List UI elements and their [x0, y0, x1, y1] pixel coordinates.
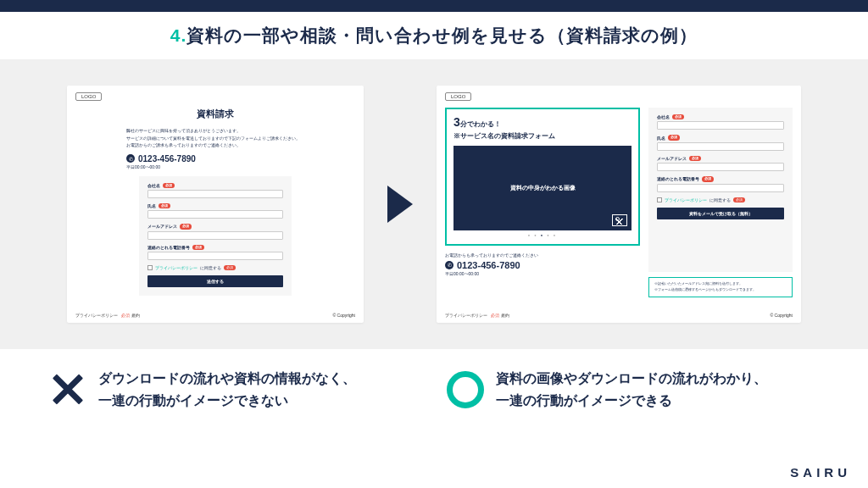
name-input[interactable]: [147, 210, 283, 219]
before-panel: LOGO 資料請求 弊社のサービスに興味を持って頂きありがとうございます。 サー…: [67, 86, 364, 323]
bad-text: ダウンロードの流れや資料の情報がなく、 一連の行動がイメージできない: [98, 368, 356, 411]
tel-row: ✆ 0123-456-7890: [445, 260, 640, 270]
logo-badge: LOGO: [75, 92, 102, 101]
phone-icon: ✆: [445, 261, 453, 269]
form-box: 会社名必須 氏名必須 メールアドレス必須 連絡のとれる電話番号必須 プライバシー…: [648, 108, 793, 272]
top-bar: [0, 0, 868, 12]
preview-image: 資料の中身がわかる画像: [453, 146, 632, 230]
hours: 平日00:00〜00:00: [126, 164, 304, 169]
highlight-heading: 3分でわかる！※サービス名の資料請求フォーム: [453, 114, 632, 141]
privacy-check-row[interactable]: プライバシーポリシーに同意する必須: [657, 197, 784, 202]
tel-number: 0123-456-7890: [457, 260, 520, 270]
checkbox-icon[interactable]: [147, 265, 153, 270]
form-box: 会社名必須 氏名必須 メールアドレス必須 連絡のとれる電話番号必須 プライバシー…: [139, 176, 292, 297]
title-band: 4.資料の一部や相談・問い合わせ例を見せる（資料請求の例）: [0, 12, 868, 59]
submit-button[interactable]: 送信する: [147, 275, 283, 287]
phone-input[interactable]: [657, 184, 784, 192]
intro-text: 弊社のサービスに興味を持って頂きありがとうございます。 サービスの詳細について資…: [126, 127, 304, 149]
comparison-stage: LOGO 資料請求 弊社のサービスに興味を持って頂きありがとうございます。 サー…: [0, 59, 868, 349]
brand-logo: SAIRU: [790, 465, 851, 480]
title-text: 資料の一部や相談・問い合わせ例を見せる（資料請求の例）: [186, 25, 698, 45]
x-icon: [49, 371, 86, 408]
note-box: ※記載いただいたメールアドレス宛に資料を送付します。 ※フォーム送信後に遷移する…: [648, 277, 793, 297]
title-number: 4.: [170, 25, 187, 45]
phone-icon: ✆: [126, 154, 135, 163]
image-icon: [612, 214, 627, 226]
summary-row: ダウンロードの流れや資料の情報がなく、 一連の行動がイメージできない 資料の画像…: [0, 349, 868, 411]
good-column: 資料の画像やダウンロードの流れがわかり、 一連の行動がイメージできる: [447, 368, 819, 411]
email-input[interactable]: [657, 163, 784, 171]
form-title: 資料請求: [67, 86, 364, 120]
contact-text: お電話からも承っておりますのでご連絡ください: [445, 252, 640, 258]
company-input[interactable]: [657, 121, 784, 130]
form-column: 会社名必須 氏名必須 メールアドレス必須 連絡のとれる電話番号必須 プライバシー…: [648, 108, 793, 297]
logo-badge: LOGO: [445, 92, 471, 101]
company-input[interactable]: [147, 190, 283, 198]
preview-column: 3分でわかる！※サービス名の資料請求フォーム 資料の中身がわかる画像 ● ● ●…: [445, 108, 640, 297]
hours: 平日00:00〜00:00: [445, 271, 640, 276]
privacy-check-row[interactable]: プライバシーポリシーに同意する必須: [147, 265, 283, 270]
panel-footer: プライバシーポリシー 必須 規約 © Copyright: [75, 313, 355, 318]
arrow-icon: [387, 186, 413, 223]
panel-footer: プライバシーポリシー 必須 規約 © Copyright: [445, 313, 793, 318]
bad-column: ダウンロードの流れや資料の情報がなく、 一連の行動がイメージできない: [49, 368, 421, 411]
tel-number: 0123-456-7890: [138, 154, 196, 164]
after-panel: LOGO 3分でわかる！※サービス名の資料請求フォーム 資料の中身がわかる画像 …: [437, 86, 801, 323]
highlight-box: 3分でわかる！※サービス名の資料請求フォーム 資料の中身がわかる画像 ● ● ●…: [445, 108, 640, 246]
submit-button[interactable]: 資料をメールで受け取る（無料）: [657, 208, 784, 219]
name-input[interactable]: [657, 142, 784, 151]
o-icon: [447, 371, 484, 408]
good-text: 資料の画像やダウンロードの流れがわかり、 一連の行動がイメージできる: [496, 368, 767, 411]
phone-input[interactable]: [147, 252, 283, 260]
tel-row: ✆ 0123-456-7890: [126, 154, 304, 164]
email-input[interactable]: [147, 231, 283, 240]
page-title: 4.資料の一部や相談・問い合わせ例を見せる（資料請求の例）: [0, 24, 868, 47]
checkbox-icon[interactable]: [657, 197, 662, 202]
carousel-dots[interactable]: ● ● ● ● ●: [453, 233, 632, 237]
